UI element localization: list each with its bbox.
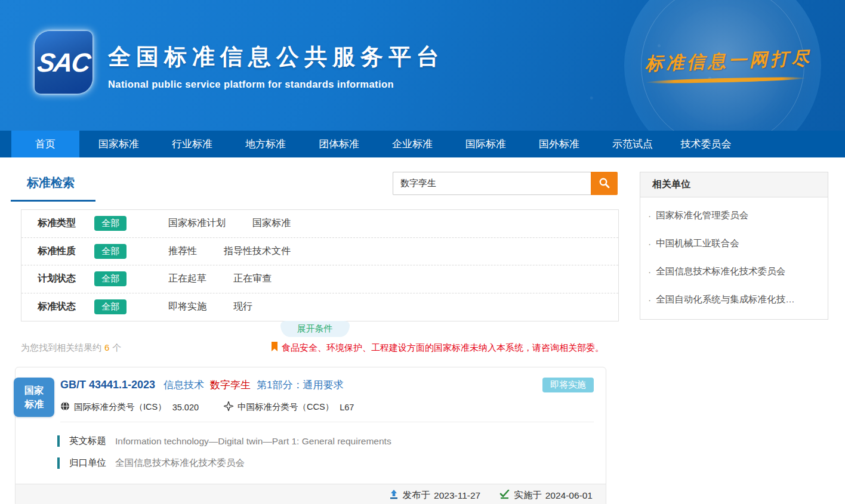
implemented-date: 2024-06-01 <box>545 490 593 501</box>
nav-item-national-standards[interactable]: 国家标准 <box>85 131 153 157</box>
type-badge-line2: 标准 <box>24 397 44 411</box>
nav-item-enterprise-standards[interactable]: 企业标准 <box>378 131 446 157</box>
filter-label-standard-status: 标准状态 <box>38 301 94 313</box>
standard-title-row: GB/T 43441.1-2023 信息技术 数字孪生 第1部分：通用要求 即将… <box>60 378 594 392</box>
published-label: 发布于 <box>403 489 431 502</box>
filter-option-national-plan[interactable]: 国家标准计划 <box>168 217 226 230</box>
filter-row-standard-type: 标准类型 全部 国家标准计划 国家标准 <box>21 210 618 238</box>
filter-option-upcoming[interactable]: 即将实施 <box>168 301 206 313</box>
sac-logo[interactable]: SAC <box>35 31 92 94</box>
filter-options: 国家标准计划 国家标准 <box>141 217 291 230</box>
filter-option-current[interactable]: 现行 <box>233 301 252 313</box>
standard-title-part1: 信息技术 <box>164 378 204 392</box>
filter-option-drafting[interactable]: 正在起草 <box>168 273 206 285</box>
nav-item-foreign-standards[interactable]: 国外标准 <box>525 131 593 157</box>
publish-icon <box>389 490 403 502</box>
filter-all-badge[interactable]: 全部 <box>94 244 127 259</box>
filter-options: 推荐性 指导性技术文件 <box>141 245 291 258</box>
expand-conditions-button[interactable]: 展开条件 <box>280 321 350 337</box>
detail-bar <box>57 435 60 447</box>
search-input[interactable] <box>393 172 591 195</box>
main-nav: 首页 国家标准 行业标准 地方标准 团体标准 企业标准 国际标准 国外标准 示范… <box>0 131 845 157</box>
implemented-date-group: 实施于 2024-06-01 <box>499 489 593 502</box>
standard-type-badge: 国家 标准 <box>14 378 54 417</box>
filter-option-under-review[interactable]: 正在审查 <box>233 273 272 285</box>
ccs-label: 中国标准分类号（CCS） <box>238 401 334 413</box>
summary-suffix: 个 <box>112 342 121 353</box>
filter-options: 正在起草 正在审查 <box>141 273 272 285</box>
related-units-title: 相关单位 <box>640 172 828 197</box>
detail-row-committee: 归口单位 全国信息技术标准化技术委员会 <box>57 457 594 469</box>
search-button[interactable] <box>591 172 618 195</box>
filter-option-national-standard[interactable]: 国家标准 <box>252 217 291 230</box>
slogan-block: 标准信息一网打尽 <box>645 49 812 82</box>
card-head: GB/T 43441.1-2023 信息技术 数字孪生 第1部分：通用要求 即将… <box>16 367 606 422</box>
ccs-value: L67 <box>340 403 354 412</box>
related-unit-link-sac[interactable]: · 国家标准化管理委员会 <box>648 202 818 230</box>
standard-title-part2: 第1部分：通用要求 <box>257 378 343 392</box>
bookmark-icon <box>271 342 282 354</box>
page-title: 标准检索 <box>11 172 95 202</box>
filter-all-badge[interactable]: 全部 <box>94 271 127 286</box>
nav-item-home[interactable]: 首页 <box>11 131 79 157</box>
header-banner: SAC 全国标准信息公共服务平台 National public service… <box>0 0 845 131</box>
nav-item-international-standards[interactable]: 国际标准 <box>452 131 520 157</box>
nav-item-pilot-programs[interactable]: 示范试点 <box>599 131 667 157</box>
bullet: · <box>648 267 651 277</box>
filter-option-recommended[interactable]: 推荐性 <box>168 245 197 258</box>
detail-value: Information technology—Digital twin—Part… <box>115 436 391 447</box>
related-unit-link-automation[interactable]: · 全国自动化系统与集成标准化技… <box>648 286 818 314</box>
result-summary-row: 为您找到相关结果约6个 食品安全、环境保护、工程建设方面的国家标准未纳入本系统，… <box>11 342 619 354</box>
related-units-panel: 相关单位 · 国家标准化管理委员会 · 中国机械工业联合会 · 全国信息技术标准… <box>640 172 828 320</box>
notice-text: 食品安全、环境保护、工程建设方面的国家标准未纳入本系统，请咨询相关部委。 <box>282 342 604 354</box>
card-footer: 发布于 2023-11-27 实施于 2024-06-01 <box>16 484 606 504</box>
card-details: 英文标题 Information technology—Digital twin… <box>16 422 606 484</box>
related-unit-label: 全国自动化系统与集成标准化技… <box>656 293 795 306</box>
nav-item-group-standards[interactable]: 团体标准 <box>305 131 373 157</box>
slogan-text: 标准信息一网打尽 <box>644 46 812 76</box>
type-badge-line1: 国家 <box>24 384 44 397</box>
platform-title: 全国标准信息公共服务平台 <box>108 42 445 72</box>
standard-title-link[interactable]: GB/T 43441.1-2023 信息技术 数字孪生 第1部分：通用要求 <box>60 378 350 392</box>
search-icon <box>599 177 610 190</box>
detail-label: 英文标题 <box>69 435 106 447</box>
left-column: 标准检索 标准类型 全部 国家标准计划 <box>11 172 619 504</box>
main-content: 标准检索 标准类型 全部 国家标准计划 <box>0 157 845 504</box>
bullet: · <box>648 295 651 305</box>
filter-all-badge[interactable]: 全部 <box>94 216 127 231</box>
globe-icon <box>60 401 74 413</box>
summary-prefix: 为您找到相关结果约 <box>21 342 101 353</box>
filter-panel: 标准类型 全部 国家标准计划 国家标准 标准性质 全部 推荐性 指导性技术文件 … <box>21 209 619 321</box>
ccs-classification: 中国标准分类号（CCS） L67 <box>224 401 354 413</box>
implemented-label: 实施于 <box>514 489 542 502</box>
nav-item-industry-standards[interactable]: 行业标准 <box>158 131 226 157</box>
detail-value: 全国信息技术标准化技术委员会 <box>115 457 245 469</box>
published-date: 2023-11-27 <box>434 490 480 501</box>
related-unit-link-machinery[interactable]: · 中国机械工业联合会 <box>648 230 818 258</box>
filter-row-plan-status: 计划状态 全部 正在起草 正在审查 <box>21 265 618 293</box>
standard-result-card: 国家 标准 GB/T 43441.1-2023 信息技术 数字孪生 第1部分：通… <box>15 367 606 504</box>
filter-row-standard-nature: 标准性质 全部 推荐性 指导性技术文件 <box>21 238 618 266</box>
bullet: · <box>648 211 651 221</box>
filter-label-plan-status: 计划状态 <box>38 273 94 285</box>
filter-label-standard-type: 标准类型 <box>38 217 94 230</box>
filter-all-badge[interactable]: 全部 <box>94 299 127 314</box>
filter-option-guiding-doc[interactable]: 指导性技术文件 <box>224 245 291 258</box>
system-notice: 食品安全、环境保护、工程建设方面的国家标准未纳入本系统，请咨询相关部委。 <box>271 342 604 354</box>
related-unit-label: 国家标准化管理委员会 <box>656 209 748 222</box>
related-unit-label: 全国信息技术标准化技术委员会 <box>656 265 785 278</box>
status-badge: 即将实施 <box>542 378 594 392</box>
filter-options: 即将实施 现行 <box>141 301 252 313</box>
standard-code: GB/T 43441.1-2023 <box>60 379 155 391</box>
nav-item-local-standards[interactable]: 地方标准 <box>232 131 300 157</box>
related-unit-label: 中国机械工业联合会 <box>656 237 739 250</box>
platform-subtitle: National public service platform for sta… <box>108 79 445 90</box>
nav-item-technical-committees[interactable]: 技术委员会 <box>672 131 740 157</box>
check-icon <box>499 490 514 502</box>
published-date-group: 发布于 2023-11-27 <box>389 489 481 502</box>
classification-row: 国际标准分类号（ICS） 35.020 中国标准分类号（CCS） L67 <box>60 401 594 422</box>
standard-title-highlight: 数字孪生 <box>210 378 251 392</box>
detail-bar <box>57 457 60 469</box>
result-summary: 为您找到相关结果约6个 <box>21 342 121 354</box>
related-unit-link-it-committee[interactable]: · 全国信息技术标准化技术委员会 <box>648 258 818 286</box>
